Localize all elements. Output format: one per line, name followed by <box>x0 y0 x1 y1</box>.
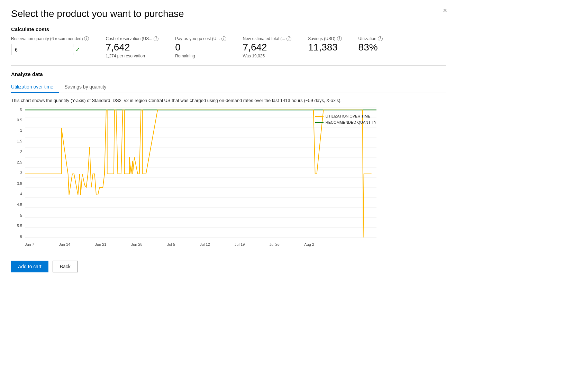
utilization-value: 83% <box>358 42 383 53</box>
back-button[interactable]: Back <box>53 261 78 272</box>
costs-row: Reservation quantity (6 recommended) i ✓… <box>11 36 446 58</box>
bottom-actions: Add to cart Back <box>11 255 446 272</box>
chart-wrapper: 6 5.5 5 4.5 4 3.5 3 2.5 2 1.5 1 0.5 0 <box>11 107 446 246</box>
reservation-qty-input-wrap[interactable]: ✓ <box>11 44 73 55</box>
reservation-qty-input[interactable] <box>15 47 75 53</box>
recommended-legend-line <box>315 122 324 123</box>
cost-of-reservation: Cost of reservation (US... i 7,642 1,274… <box>106 36 158 58</box>
paygo-info-icon[interactable]: i <box>221 36 226 41</box>
main-dialog: × Select the product you want to purchas… <box>0 0 457 339</box>
analyze-data-title: Analyze data <box>11 71 446 77</box>
utilization: Utilization i 83% <box>358 36 383 53</box>
dialog-title: Select the product you want to purchase <box>11 8 446 19</box>
reservation-qty-info-icon[interactable]: i <box>84 36 89 41</box>
savings: Savings (USD) i 11,383 <box>308 36 342 53</box>
new-estimated-total: New estimated total (... i 7,642 Was 19,… <box>243 36 292 58</box>
x-axis: Jun 7 Jun 14 Jun 21 Jun 28 Jul 5 Jul 12 … <box>11 242 376 246</box>
utilization-info-icon[interactable]: i <box>378 36 383 41</box>
divider-1 <box>11 65 446 66</box>
legend-utilization: UTILIZATION OVER TIME <box>315 114 376 118</box>
savings-label: Savings (USD) <box>308 36 335 41</box>
new-estimated-value: 7,642 <box>243 42 292 53</box>
tab-savings[interactable]: Savings by quantity <box>64 81 112 93</box>
y-axis: 6 5.5 5 4.5 4 3.5 3 2.5 2 1.5 1 0.5 0 <box>11 107 25 239</box>
recommended-legend-label: RECOMMENDED QUANTITY <box>326 120 376 124</box>
reservation-qty-group: Reservation quantity (6 recommended) i ✓ <box>11 36 89 55</box>
paygo-value: 0 <box>175 42 226 53</box>
chart-area: 6 5.5 5 4.5 4 3.5 3 2.5 2 1.5 1 0.5 0 <box>11 107 376 240</box>
cost-reservation-label: Cost of reservation (US... <box>106 36 152 41</box>
cost-reservation-info-icon[interactable]: i <box>154 36 158 41</box>
paygo-sub: Remaining <box>175 54 226 58</box>
chart-svg <box>25 107 376 239</box>
utilization-label: Utilization <box>358 36 376 41</box>
paygo-cost: Pay-as-you-go cost (U... i 0 Remaining <box>175 36 226 58</box>
legend: UTILIZATION OVER TIME RECOMMENDED QUANTI… <box>315 114 376 124</box>
qty-check-icon: ✓ <box>75 46 80 53</box>
savings-value: 11,383 <box>308 42 342 53</box>
utilization-legend-line <box>315 116 324 117</box>
new-estimated-label: New estimated total (... <box>243 36 285 41</box>
calculate-costs-title: Calculate costs <box>11 26 446 32</box>
tabs: Utilization over time Savings by quantit… <box>11 81 446 93</box>
legend-recommended: RECOMMENDED QUANTITY <box>315 120 376 124</box>
new-estimated-sub: Was 19,025 <box>243 54 292 58</box>
tab-utilization[interactable]: Utilization over time <box>11 81 59 93</box>
new-estimated-info-icon[interactable]: i <box>286 36 291 41</box>
reservation-qty-label: Reservation quantity (6 recommended) i <box>11 36 89 41</box>
cost-reservation-value: 7,642 <box>106 42 158 53</box>
close-button[interactable]: × <box>443 7 447 14</box>
add-to-cart-button[interactable]: Add to cart <box>11 261 48 272</box>
chart-description: This chart shows the quantity (Y-axis) o… <box>11 98 446 103</box>
cost-reservation-sub: 1,274 per reservation <box>106 54 158 58</box>
chart-main: UTILIZATION OVER TIME RECOMMENDED QUANTI… <box>25 107 376 240</box>
paygo-label: Pay-as-you-go cost (U... <box>175 36 220 41</box>
savings-info-icon[interactable]: i <box>337 36 342 41</box>
utilization-legend-label: UTILIZATION OVER TIME <box>326 114 371 118</box>
